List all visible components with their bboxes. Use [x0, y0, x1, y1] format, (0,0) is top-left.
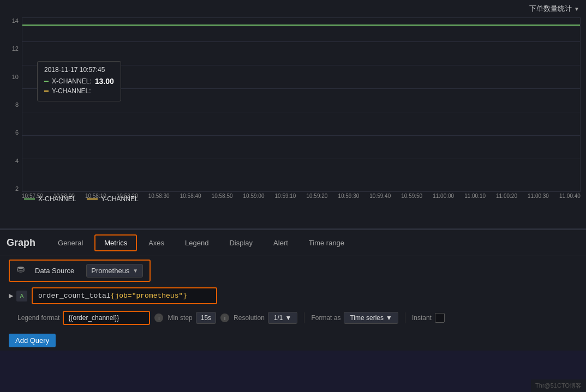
chart-container: 下单数量统计 ▼ 2 4 6 8 10 12 14 10:57:50 10:58…: [0, 0, 586, 229]
x-label-17: 11:00:40: [559, 193, 581, 199]
legend-format-value: {{order_channel}}: [68, 314, 119, 322]
chart-tooltip: 2018-11-17 10:57:45 X-CHANNEL: 13.00 Y-C…: [37, 61, 121, 101]
tab-display[interactable]: Display: [220, 235, 262, 251]
format-as-dropdown-icon: ▼: [386, 314, 392, 322]
tab-time-range[interactable]: Time range: [300, 235, 354, 251]
y-label-8: 8: [2, 101, 19, 108]
instant-checkbox[interactable]: [435, 313, 445, 323]
tab-metrics[interactable]: Metrics: [94, 234, 137, 251]
grid-area: [22, 17, 581, 192]
panel: Graph General Metrics Axes Legend Displa…: [0, 229, 586, 351]
query-section: ▶ A order_count_total{job="prometheus"} …: [9, 287, 577, 328]
add-query-button[interactable]: Add Query: [9, 334, 56, 347]
bottom-bar-text: Thr@51CTO博客: [535, 382, 582, 389]
format-as-label: Format as: [311, 314, 340, 322]
resolution-group: Resolution 1/1 ▼: [234, 312, 297, 324]
chart-title-bar: 下单数量统计 ▼: [0, 0, 586, 17]
legend-format-input[interactable]: {{order_channel}}: [63, 311, 150, 325]
tooltip-y-channel-row: Y-CHANNEL:: [44, 87, 114, 95]
bottom-bar: Thr@51CTO博客: [531, 379, 586, 392]
x-label-8: 10:59:10: [275, 193, 296, 199]
x-label-16: 11:00:30: [528, 193, 549, 199]
tooltip-x-value: 13.00: [95, 77, 114, 86]
x-label-7: 10:59:00: [243, 193, 265, 199]
x-label-11: 10:59:40: [369, 193, 391, 199]
legend-format-group: Legend format {{order_channel}}: [17, 311, 150, 325]
x-label-12: 10:59:50: [401, 193, 422, 199]
x-label-9: 10:59:20: [306, 193, 327, 199]
options-row: Legend format {{order_channel}} i Min st…: [9, 307, 577, 328]
query-row: ▶ A order_count_total{job="prometheus"}: [9, 287, 577, 304]
legend-y-line: [87, 198, 98, 200]
format-as-group: Format as Time series ▼: [311, 312, 398, 324]
tooltip-time: 2018-11-17 10:57:45: [44, 66, 114, 74]
y-label-12: 12: [2, 45, 19, 52]
chart-area: 2 4 6 8 10 12 14 10:57:50 10:58:00 10:58…: [0, 17, 586, 208]
y-label-10: 10: [2, 74, 19, 80]
datasource-label: Data Source: [35, 267, 74, 275]
x-label-4: 10:58:30: [148, 193, 170, 199]
chart-legend: X-CHANNEL Y-CHANNEL: [24, 195, 139, 203]
y-label-6: 6: [2, 129, 19, 136]
tooltip-x-label: X-CHANNEL:: [52, 77, 92, 85]
x-label-14: 11:00:10: [464, 193, 486, 199]
datasource-dropdown-arrow: ▼: [133, 268, 138, 274]
legend-y-channel[interactable]: Y-CHANNEL: [87, 195, 138, 203]
y-label-2: 2: [2, 185, 19, 192]
query-text-plain: order_count_total: [38, 292, 111, 300]
tooltip-y-label: Y-CHANNEL:: [52, 87, 91, 95]
query-collapse-icon[interactable]: ▶: [9, 292, 13, 299]
min-step-info-icon[interactable]: i: [220, 313, 229, 322]
x-label-13: 11:00:00: [433, 193, 454, 199]
legend-y-label: Y-CHANNEL: [101, 195, 138, 203]
tooltip-x-channel-row: X-CHANNEL: 13.00: [44, 77, 114, 86]
resolution-label: Resolution: [234, 314, 265, 322]
svg-point-0: [17, 267, 24, 269]
grid-line-6: [22, 159, 580, 159]
tab-legend[interactable]: Legend: [176, 235, 218, 251]
instant-group: Instant: [412, 313, 445, 323]
panel-title: Graph: [7, 237, 35, 249]
x-label-5: 10:58:40: [180, 193, 201, 199]
query-letter: A: [16, 291, 27, 301]
instant-label: Instant: [412, 314, 432, 322]
x-label-10: 10:59:30: [338, 193, 359, 199]
x-label-6: 10:58:50: [212, 193, 233, 199]
format-as-select[interactable]: Time series ▼: [344, 312, 398, 324]
legend-x-channel[interactable]: X-CHANNEL: [24, 195, 76, 203]
grid-line-1: [22, 41, 580, 42]
min-step-value[interactable]: 15s: [196, 312, 216, 324]
y-axis-labels: 2 4 6 8 10 12 14: [0, 17, 21, 192]
legend-x-label: X-CHANNEL: [38, 195, 76, 203]
legend-x-line: [24, 198, 35, 200]
divider-1: [304, 312, 304, 323]
resolution-select[interactable]: 1/1 ▼: [268, 312, 298, 324]
y-label-4: 4: [2, 158, 19, 164]
tooltip-x-dot: [44, 81, 49, 82]
grid-line-5: [22, 135, 580, 136]
add-query-row: Add Query: [0, 330, 586, 351]
tooltip-y-dot: [44, 91, 49, 92]
tabs-bar: Graph General Metrics Axes Legend Displa…: [0, 230, 586, 256]
datasource-select[interactable]: Prometheus ▼: [86, 264, 143, 278]
divider-2: [405, 312, 405, 323]
tab-alert[interactable]: Alert: [264, 235, 297, 251]
datasource-value: Prometheus: [91, 267, 129, 275]
resolution-value: 1/1: [274, 314, 283, 322]
database-icon: [16, 266, 25, 276]
format-as-value: Time series: [350, 314, 384, 322]
x-label-15: 11:00:20: [496, 193, 517, 199]
legend-format-label: Legend format: [17, 314, 59, 322]
grid-line-4: [22, 112, 580, 112]
min-step-group: Min step 15s: [168, 312, 216, 324]
query-input[interactable]: order_count_total{job="prometheus"}: [32, 287, 217, 304]
chart-title[interactable]: 下单数量统计: [529, 4, 572, 14]
query-text-highlight: {job="prometheus"}: [111, 292, 187, 300]
tab-general[interactable]: General: [49, 235, 92, 251]
data-line-x-channel: [22, 25, 580, 26]
datasource-box: Data Source Prometheus ▼: [9, 260, 151, 282]
legend-format-info-icon[interactable]: i: [154, 313, 163, 322]
chart-title-dropdown-icon[interactable]: ▼: [574, 6, 579, 12]
y-label-14: 14: [2, 17, 19, 24]
tab-axes[interactable]: Axes: [139, 235, 174, 251]
